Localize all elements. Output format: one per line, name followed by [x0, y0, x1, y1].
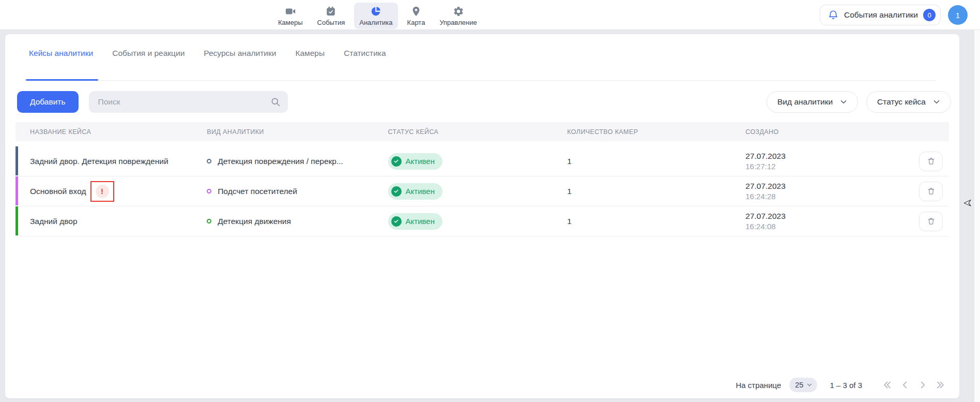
- add-case-button[interactable]: Добавить: [17, 91, 79, 113]
- search-input[interactable]: [98, 97, 270, 107]
- check-icon: [391, 216, 402, 227]
- chevron-left-icon: [899, 379, 912, 391]
- tab-statistics[interactable]: Статистика: [344, 49, 386, 80]
- per-page-label: На странице: [736, 381, 781, 390]
- analytics-type-label: Детекция повреждения / перекр...: [218, 157, 343, 166]
- case-name: Задний двор. Детекция повреждений: [30, 157, 169, 166]
- prev-page-button[interactable]: [899, 379, 912, 391]
- status-label: Активен: [406, 217, 435, 226]
- per-page-value: 25: [795, 381, 803, 389]
- events-count-badge: 0: [923, 9, 936, 21]
- column-header-cameras: КОЛИЧЕСТВО КАМЕР: [567, 128, 745, 136]
- pie-chart-icon: [370, 6, 381, 17]
- created-time: 16:24:08: [745, 221, 919, 232]
- first-page-button[interactable]: [882, 379, 894, 391]
- analytics-type-filter-label: Вид аналитики: [777, 97, 833, 107]
- created-time: 16:24:28: [745, 191, 919, 202]
- tab-events-reactions[interactable]: События и реакции: [112, 49, 185, 80]
- warning-annotation-box: !: [90, 181, 114, 202]
- analytics-type-icon: [207, 219, 211, 224]
- analytics-type-label: Детекция движения: [218, 217, 291, 226]
- table-row[interactable]: Задний двор Детекция движения Активен 1 …: [16, 206, 949, 236]
- warning-icon: !: [96, 185, 109, 198]
- trash-icon: [927, 217, 936, 226]
- cameras-count: 1: [567, 187, 572, 196]
- bell-icon: [828, 9, 839, 21]
- row-accent-bar: [16, 146, 18, 175]
- analytics-type-icon: [207, 189, 211, 193]
- column-header-name: НАЗВАНИЕ КЕЙСА: [16, 128, 207, 136]
- top-bar: Камеры События Аналитика Карта Управлени…: [0, 0, 980, 30]
- double-chevron-right-icon: [935, 379, 947, 391]
- cases-table: НАЗВАНИЕ КЕЙСА ВИД АНАЛИТИКИ СТАТУС КЕЙС…: [16, 122, 949, 236]
- status-label: Активен: [406, 157, 435, 166]
- pagination-bar: На странице 25 1 – 3 of 3: [736, 378, 947, 392]
- table-row[interactable]: Задний двор. Детекция повреждений Детекц…: [16, 146, 949, 176]
- nav-item-map[interactable]: Карта: [402, 3, 431, 29]
- delete-case-button[interactable]: [919, 212, 943, 231]
- status-badge: Активен: [388, 213, 442, 230]
- nav-label: Аналитика: [359, 19, 392, 26]
- check-icon: [391, 156, 402, 167]
- last-page-button[interactable]: [935, 379, 947, 391]
- tab-analytics-resources[interactable]: Ресурсы аналитики: [204, 49, 276, 80]
- scrollbar[interactable]: [974, 30, 980, 402]
- nav-label: Камеры: [278, 19, 303, 26]
- nav-label: События: [317, 19, 345, 26]
- nav-label: Управление: [439, 19, 477, 26]
- tab-analytics-cases[interactable]: Кейсы аналитики: [29, 49, 93, 80]
- nav-item-management[interactable]: Управление: [434, 3, 482, 29]
- per-page-select[interactable]: 25: [789, 378, 817, 392]
- camera-icon: [285, 6, 296, 17]
- created-date: 27.07.2023: [745, 151, 919, 161]
- analytics-events-button[interactable]: События аналитики 0: [820, 5, 941, 25]
- calendar-check-icon: [325, 6, 336, 17]
- nav-label: Карта: [407, 19, 425, 26]
- double-chevron-left-icon: [882, 379, 894, 391]
- table-body: Задний двор. Детекция повреждений Детекц…: [16, 146, 949, 236]
- pager-controls: [882, 379, 947, 391]
- cameras-count: 1: [567, 157, 572, 166]
- case-status-filter-label: Статус кейса: [877, 97, 926, 107]
- table-row[interactable]: Основной вход ! Подсчет посетителей Акти…: [16, 176, 949, 206]
- user-avatar[interactable]: 1: [948, 5, 968, 25]
- nav-item-events[interactable]: События: [312, 3, 350, 29]
- delete-case-button[interactable]: [919, 182, 943, 201]
- mouse-cursor-icon: [962, 198, 973, 208]
- status-badge: Активен: [388, 153, 442, 170]
- analytics-type-filter[interactable]: Вид аналитики: [767, 91, 858, 113]
- nav-item-analytics[interactable]: Аналитика: [354, 3, 397, 29]
- case-status-filter[interactable]: Статус кейса: [866, 91, 951, 113]
- chevron-down-icon: [932, 97, 941, 107]
- created-date: 27.07.2023: [745, 181, 919, 191]
- created-time: 16:27:12: [745, 161, 919, 172]
- analytics-tabs: Кейсы аналитики События и реакции Ресурс…: [29, 49, 936, 81]
- search-field[interactable]: [89, 91, 288, 113]
- trash-icon: [927, 187, 936, 196]
- table-header-row: НАЗВАНИЕ КЕЙСА ВИД АНАЛИТИКИ СТАТУС КЕЙС…: [16, 122, 949, 141]
- row-accent-bar: [16, 206, 18, 235]
- case-name: Основной вход: [30, 187, 86, 196]
- check-icon: [391, 186, 402, 197]
- analytics-type-icon: [207, 159, 211, 163]
- toolbar: Добавить Вид аналитики Статус кейса: [17, 91, 951, 113]
- map-pin-icon: [410, 6, 422, 17]
- analytics-events-label: События аналитики: [844, 10, 918, 20]
- content-card: Кейсы аналитики События и реакции Ресурс…: [5, 34, 959, 398]
- column-header-status: СТАТУС КЕЙСА: [388, 128, 568, 136]
- column-header-created: СОЗДАНО: [745, 128, 919, 136]
- created-date: 27.07.2023: [745, 211, 919, 221]
- next-page-button[interactable]: [917, 379, 929, 391]
- chevron-down-icon: [839, 97, 848, 107]
- search-icon: [270, 97, 281, 107]
- pagination-range: 1 – 3 of 3: [830, 381, 862, 390]
- chevron-right-icon: [917, 379, 929, 391]
- tab-cameras[interactable]: Камеры: [295, 49, 325, 80]
- trash-icon: [927, 157, 936, 166]
- case-name: Задний двор: [30, 217, 78, 226]
- analytics-type-label: Подсчет посетителей: [218, 187, 297, 196]
- chevron-down-icon: [806, 381, 813, 389]
- status-label: Активен: [406, 187, 435, 196]
- delete-case-button[interactable]: [919, 152, 943, 171]
- nav-item-cameras[interactable]: Камеры: [273, 3, 308, 29]
